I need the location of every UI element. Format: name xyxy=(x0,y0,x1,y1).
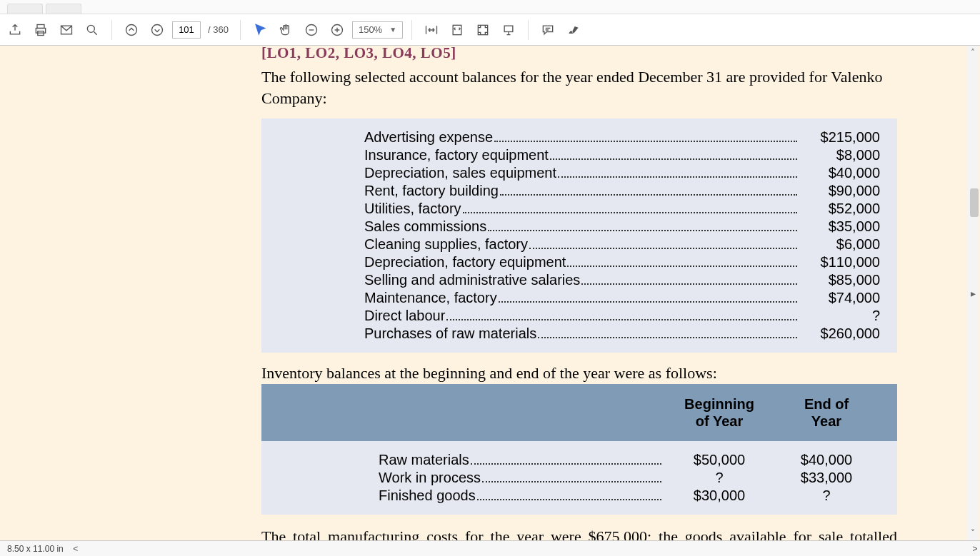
inventory-row: Finished goods$30,000? xyxy=(279,487,880,505)
zoom-select[interactable]: 150% ▼ xyxy=(352,21,403,39)
separator xyxy=(111,20,112,40)
account-label: Selling and administrative salaries xyxy=(364,271,580,289)
svg-rect-0 xyxy=(37,24,44,28)
print-icon[interactable] xyxy=(30,19,51,41)
leader-dots xyxy=(538,337,797,338)
inventory-row: Raw materials$50,000$40,000 xyxy=(279,451,880,469)
comment-icon[interactable] xyxy=(537,19,559,41)
account-row: Depreciation, factory equipment$110,000 xyxy=(279,253,880,271)
document-scroll-area[interactable]: [LO1, LO2, LO3, LO4, LO5] The following … xyxy=(0,46,980,540)
scroll-right-button[interactable]: > xyxy=(970,544,980,554)
account-value: $90,000 xyxy=(801,182,880,200)
leader-dots xyxy=(471,463,661,465)
app-root: / 360 150% ▼ xyxy=(0,0,980,556)
fullscreen-icon[interactable] xyxy=(472,19,494,41)
account-value: $85,000 xyxy=(801,271,880,289)
page-up-icon[interactable] xyxy=(121,19,142,41)
scroll-up-arrow-icon[interactable]: ˄ xyxy=(967,47,979,59)
account-row: Insurance, factory equipment$8,000 xyxy=(279,146,880,164)
problem-intro-text: The following selected account balances … xyxy=(54,66,926,108)
separator xyxy=(240,20,241,40)
fit-width-icon[interactable] xyxy=(421,19,442,41)
account-row: Sales commissions$35,000 xyxy=(279,218,880,236)
inventory-table-body: Raw materials$50,000$40,000Work in proce… xyxy=(261,441,897,515)
svg-rect-10 xyxy=(478,25,487,34)
account-label: Purchases of raw materials xyxy=(364,325,536,343)
account-value: ? xyxy=(801,307,880,325)
account-label: Utilities, factory xyxy=(364,200,461,218)
tab[interactable] xyxy=(7,4,43,14)
page-down-icon[interactable] xyxy=(146,19,168,41)
search-icon[interactable] xyxy=(81,19,103,41)
account-value: $6,000 xyxy=(801,236,880,253)
account-value: $40,000 xyxy=(801,164,880,182)
account-row: Maintenance, factory$74,000 xyxy=(279,289,880,307)
col-header-end: End of Year xyxy=(773,395,880,430)
account-row: Direct labour? xyxy=(279,307,880,325)
inventory-row: Work in process?$33,000 xyxy=(279,469,880,487)
account-value: $110,000 xyxy=(801,253,880,271)
account-row: Utilities, factory$52,000 xyxy=(279,200,880,218)
inventory-label: Finished goods xyxy=(379,487,476,505)
inventory-begin-value: $50,000 xyxy=(666,451,773,469)
page-number-input[interactable] xyxy=(172,21,201,39)
account-value: $35,000 xyxy=(801,218,880,236)
scroll-down-arrow-icon[interactable]: ˅ xyxy=(967,527,979,539)
document-viewer: [LO1, LO2, LO3, LO4, LO5] The following … xyxy=(0,46,980,540)
leader-dots xyxy=(581,283,797,285)
inventory-end-value: $40,000 xyxy=(773,451,880,469)
account-row: Advertising expense$215,000 xyxy=(279,128,880,146)
leader-dots xyxy=(550,158,797,160)
hand-tool-icon[interactable] xyxy=(275,19,296,41)
fit-page-icon[interactable] xyxy=(446,19,468,41)
problem-footer-text: The total manufacturing costs for the ye… xyxy=(54,526,926,540)
page-dimensions-label: 8.50 x 11.00 in xyxy=(0,544,71,554)
leader-dots xyxy=(558,176,797,178)
document-page: [LO1, LO2, LO3, LO4, LO5] The following … xyxy=(54,46,926,540)
account-balances-panel: Advertising expense$215,000Insurance, fa… xyxy=(261,118,897,353)
inventory-label: Raw materials xyxy=(379,451,469,469)
leader-dots xyxy=(494,141,797,142)
zoom-out-icon[interactable] xyxy=(301,19,322,41)
zoom-value: 150% xyxy=(359,24,382,35)
svg-rect-11 xyxy=(504,26,513,31)
page-total-label: / 360 xyxy=(205,24,231,35)
window-tabstrip xyxy=(0,0,980,14)
separator xyxy=(411,20,412,40)
chevron-down-icon: ▼ xyxy=(389,26,396,34)
svg-rect-9 xyxy=(453,25,461,34)
export-icon[interactable] xyxy=(4,19,26,41)
mail-icon[interactable] xyxy=(56,19,77,41)
leader-dots xyxy=(477,499,661,500)
account-value: $52,000 xyxy=(801,200,880,218)
account-label: Rent, factory building xyxy=(364,182,499,200)
account-row: Purchases of raw materials$260,000 xyxy=(279,325,880,343)
tab[interactable] xyxy=(46,4,81,14)
account-label: Advertising expense xyxy=(364,128,493,146)
inventory-end-value: $33,000 xyxy=(773,469,880,487)
vertical-scrollbar-thumb[interactable] xyxy=(970,188,979,217)
learning-objectives-header: [LO1, LO2, LO3, LO4, LO5] xyxy=(54,46,926,62)
svg-point-6 xyxy=(152,24,163,35)
account-row: Depreciation, sales equipment$40,000 xyxy=(279,164,880,182)
account-row: Selling and administrative salaries$85,0… xyxy=(279,271,880,289)
account-row: Cleaning supplies, factory$6,000 xyxy=(279,236,880,253)
account-value: $8,000 xyxy=(801,146,880,164)
account-value: $74,000 xyxy=(801,289,880,307)
scroll-left-button[interactable]: < xyxy=(71,544,81,554)
read-aloud-icon[interactable] xyxy=(498,19,519,41)
svg-point-4 xyxy=(87,25,94,32)
account-label: Sales commissions xyxy=(364,218,486,236)
account-row: Rent, factory building$90,000 xyxy=(279,182,880,200)
zoom-in-icon[interactable] xyxy=(326,19,348,41)
horizontal-nav: < > xyxy=(71,544,980,554)
pdf-toolbar: / 360 150% ▼ xyxy=(0,14,980,46)
account-label: Insurance, factory equipment xyxy=(364,146,549,164)
sign-icon[interactable] xyxy=(563,19,584,41)
leader-dots xyxy=(488,230,797,231)
inventory-label: Work in process xyxy=(379,469,481,487)
inventory-begin-value: $30,000 xyxy=(666,487,773,505)
leader-dots xyxy=(499,301,797,303)
scroll-right-arrow-icon[interactable]: ▸ xyxy=(967,288,979,299)
select-tool-icon[interactable] xyxy=(249,19,271,41)
